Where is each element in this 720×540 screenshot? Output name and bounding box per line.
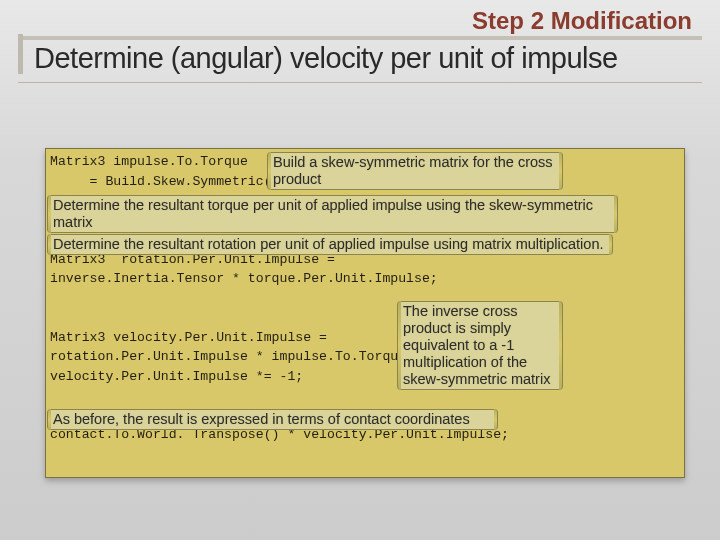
annotation-inverse-cross: The inverse cross product is simply equi… — [400, 301, 560, 390]
annotation-rotation: Determine the resultant rotation per uni… — [50, 234, 610, 255]
bottom-rule — [18, 82, 702, 83]
annotation-skew-matrix: Build a skew-symmetric matrix for the cr… — [270, 152, 560, 190]
top-rule — [18, 36, 702, 40]
annotation-torque: Determine the resultant torque per unit … — [50, 195, 615, 233]
step-heading: Step 2 Modification — [472, 7, 692, 35]
page-title: Determine (angular) velocity per unit of… — [34, 42, 618, 75]
annotation-contact-coords: As before, the result is expressed in te… — [50, 409, 495, 430]
